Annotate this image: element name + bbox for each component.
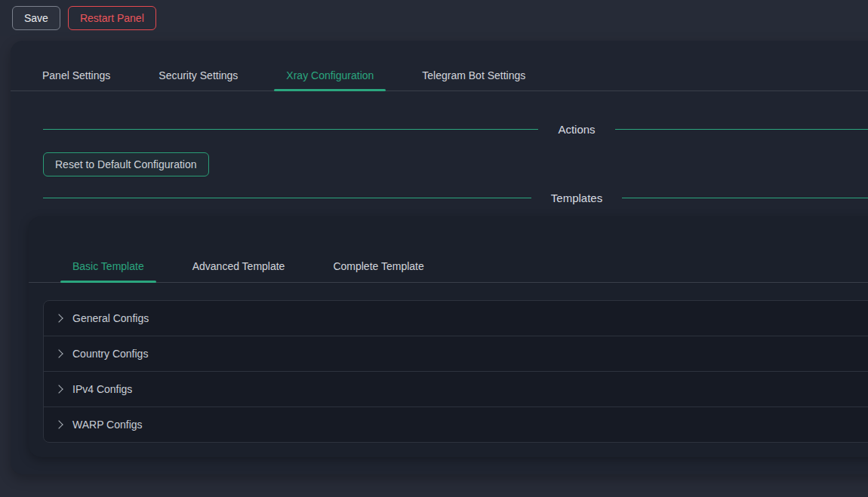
tab-basic-template[interactable]: Basic Template [60, 251, 156, 282]
collapse-item-country-configs: Country Configs [44, 336, 868, 372]
tab-advanced-template[interactable]: Advanced Template [180, 251, 297, 282]
chevron-right-icon [54, 314, 63, 322]
templates-divider-title: Templates [551, 192, 602, 204]
top-action-bar: Save Restart Panel [0, 0, 868, 36]
collapse-item-warp-configs: WARP Configs [44, 407, 868, 442]
template-tabbar: Basic Template Advanced Template Complet… [29, 251, 868, 283]
divider-line [615, 129, 868, 130]
settings-tabbar: Panel Settings Security Settings Xray Co… [11, 60, 868, 91]
chevron-right-icon [54, 349, 63, 357]
collapse-item-label: Country Configs [72, 348, 148, 360]
tab-security-settings[interactable]: Security Settings [146, 60, 250, 91]
chevron-right-icon [54, 420, 63, 428]
settings-card: Panel Settings Security Settings Xray Co… [11, 41, 868, 474]
actions-divider: Actions [43, 123, 868, 136]
templates-divider: Templates [43, 192, 868, 204]
tab-xray-configuration[interactable]: Xray Configuration [274, 60, 386, 91]
collapse-item-label: WARP Configs [72, 419, 143, 431]
tab-complete-template[interactable]: Complete Template [321, 251, 436, 282]
save-button[interactable]: Save [12, 6, 60, 30]
tab-telegram-bot-settings[interactable]: Telegram Bot Settings [410, 60, 537, 91]
collapse-item-ipv4-configs: IPv4 Configs [44, 372, 868, 407]
divider-line [622, 198, 868, 198]
divider-line [43, 198, 531, 198]
collapse-item-label: General Configs [72, 312, 149, 324]
tab-panel-settings[interactable]: Panel Settings [30, 60, 122, 91]
collapse-item-general-configs: General Configs [44, 301, 868, 336]
config-collapse-list: General Configs Country Configs IPv4 Con… [43, 300, 868, 443]
country-configs-header[interactable]: Country Configs [44, 336, 868, 371]
restart-panel-button[interactable]: Restart Panel [68, 6, 156, 30]
settings-page: Panel Settings Security Settings Xray Co… [0, 36, 868, 474]
general-configs-header[interactable]: General Configs [44, 301, 868, 336]
divider-line [43, 129, 538, 130]
templates-card: Basic Template Advanced Template Complet… [29, 216, 868, 457]
ipv4-configs-header[interactable]: IPv4 Configs [44, 372, 868, 406]
chevron-right-icon [54, 385, 63, 393]
actions-divider-title: Actions [558, 123, 595, 136]
reset-default-configuration-button[interactable]: Reset to Default Configuration [43, 152, 209, 176]
collapse-item-label: IPv4 Configs [72, 383, 132, 395]
warp-configs-header[interactable]: WARP Configs [44, 407, 868, 442]
